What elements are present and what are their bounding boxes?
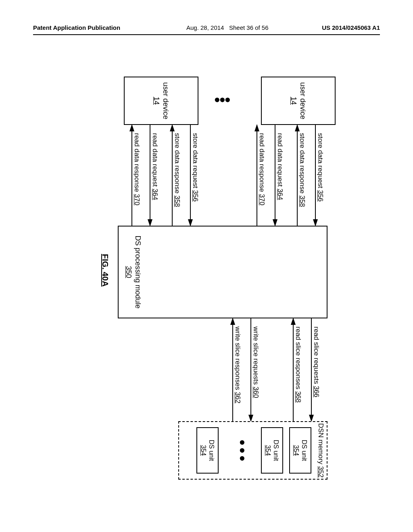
arrow-text: write slice responses	[234, 326, 242, 390]
ds-processing-ref: 350	[125, 266, 133, 278]
arrow-label-r2: read slice responses 368	[294, 326, 302, 403]
arrow-label-l5: store data request 356	[191, 133, 199, 202]
ds-unit-box-2: DS unit 354	[261, 427, 283, 474]
arrow-ref: 356	[192, 190, 199, 202]
arrow-ref: 370	[133, 194, 141, 205]
arrow-ref: 364	[151, 189, 159, 200]
dsn-memory-ref: 352	[317, 466, 325, 478]
ds-processing-text: DS processing module	[134, 235, 142, 308]
arrow-label-l6: store data response 358	[173, 133, 181, 207]
user-device-box-2: user device 14	[124, 77, 198, 125]
arrow-ref: 368	[294, 391, 302, 403]
ds-unit-text: DS unit	[273, 440, 280, 461]
arrow-label-l4: read data response 370	[258, 133, 266, 206]
header-docnum: US 2014/0245063 A1	[322, 24, 380, 31]
arrow-ref: 358	[298, 195, 306, 207]
user-device-ref-2: 14	[153, 97, 161, 105]
ds-unit-label-1: DS unit 354	[292, 440, 309, 461]
arrow-text: store data response	[173, 133, 181, 193]
arrow-text: read slice responses	[294, 326, 302, 389]
arrow-ref: 362	[234, 392, 242, 403]
header-date-sheet: Aug. 28, 2014 Sheet 36 of 56	[186, 24, 269, 31]
figure-label-text: FIG. 40A	[101, 254, 110, 287]
ellipsis-user-devices: ●●●	[215, 97, 231, 103]
arrow-ref: 360	[252, 387, 260, 398]
arrow-label-l7: read data request 364	[151, 133, 159, 200]
arrow-text: store data request	[192, 133, 199, 188]
arrow-ref: 370	[258, 194, 266, 205]
page-header: Patent Application Publication Aug. 28, …	[33, 24, 380, 35]
ds-unit-box-1: DS unit 354	[289, 427, 311, 474]
figure-label: FIG. 40A	[100, 254, 110, 287]
arrow-text: store data response	[298, 133, 306, 193]
arrow-label-l8: read data response 370	[133, 133, 141, 206]
arrow-ref: 364	[276, 189, 284, 200]
header-date: Aug. 28, 2014	[186, 24, 224, 31]
arrow-text: read data request	[276, 133, 284, 187]
arrow-label-l2: store data response 358	[298, 133, 306, 207]
ds-unit-text: DS unit	[209, 440, 215, 461]
ds-processing-label: DS processing module 350	[124, 235, 142, 308]
arrow-text: read data request	[151, 133, 159, 187]
ds-unit-ref: 354	[200, 445, 207, 456]
ds-unit-label-2: DS unit 354	[264, 440, 280, 461]
user-device-text-2: user device	[162, 82, 170, 119]
dsn-memory-label: DSN memory 352	[317, 423, 325, 478]
dsn-memory-text: DSN memory	[317, 423, 325, 464]
user-device-ref: 14	[290, 97, 298, 105]
arrow-text: write slice requests	[252, 326, 260, 385]
arrow-ref: 366	[313, 386, 320, 397]
arrow-ref: 356	[317, 190, 324, 202]
page: Patent Application Publication Aug. 28, …	[33, 24, 380, 508]
arrow-text: store data request	[317, 133, 324, 188]
arrow-label-l3: read data request 364	[276, 133, 284, 200]
ellipsis-ds-units: ●●●	[236, 439, 249, 463]
arrow-ref: 358	[173, 195, 181, 207]
ds-unit-text: DS unit	[301, 440, 308, 461]
arrow-label-r3: write slice requests 360	[252, 326, 260, 398]
arrow-label-r4: write slice responses 362	[234, 326, 242, 403]
user-device-label-1: user device 14	[289, 82, 307, 119]
arrow-label-l1: store data request 356	[316, 133, 324, 202]
arrow-text: read data response	[258, 133, 266, 192]
arrow-text: read slice requests	[313, 326, 320, 384]
user-device-label-2: user device 14	[152, 82, 170, 119]
ds-processing-module-box: DS processing module 350	[118, 226, 327, 318]
arrow-text: read data response	[133, 133, 141, 192]
ds-unit-box-3: DS unit 354	[196, 427, 219, 474]
user-device-box-1: user device 14	[261, 77, 336, 125]
ds-unit-ref: 354	[265, 445, 272, 456]
ds-unit-ref: 354	[293, 445, 300, 456]
header-sheet: Sheet 36 of 56	[229, 24, 269, 31]
diagram: user device 14 ●●● user device 14 store …	[77, 77, 336, 500]
user-device-text: user device	[299, 82, 307, 119]
ds-unit-label-3: DS unit 354	[200, 440, 216, 461]
header-rule	[33, 34, 380, 35]
arrow-label-r1: read slice requests 366	[312, 326, 320, 397]
header-publication: Patent Application Publication	[33, 24, 120, 31]
